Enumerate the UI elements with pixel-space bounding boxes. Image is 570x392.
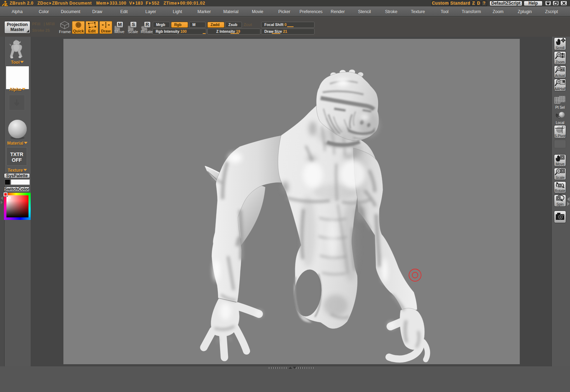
svg-text:x1: x1 — [561, 68, 564, 71]
